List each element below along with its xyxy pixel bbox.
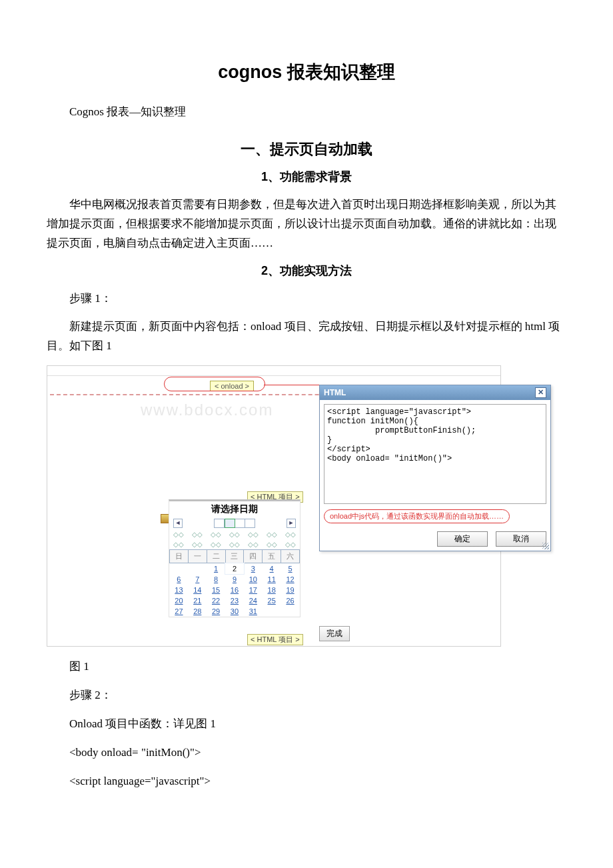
step-1-body: 新建提示页面，新页面中内容包括：onload 项目、完成按钮、日期提示框以及针对… [47,317,566,356]
annotation-circle [164,377,265,391]
day-cell[interactable]: 21 [188,595,207,606]
finish-button[interactable]: 完成 [319,626,350,641]
ok-button[interactable]: 确定 [437,531,488,547]
calendar-grid[interactable]: ◇◇◇◇◇◇◇◇◇◇◇◇◇◇ ◇◇◇◇◇◇◇◇◇◇◇◇◇◇ 日 一 二 三 四 … [169,529,300,617]
day-cell[interactable]: 1 [207,563,225,575]
day-cell[interactable]: 30 [225,606,244,617]
day-cell[interactable]: 4 [263,563,281,575]
dow: 日 [170,550,189,563]
day-cell[interactable]: 19 [281,585,300,595]
day-cell[interactable]: 27 [170,606,189,617]
html-code-textarea[interactable] [324,404,546,504]
day-cell[interactable]: 7 [188,574,207,585]
cancel-button[interactable]: 取消 [496,531,546,547]
day-cell[interactable]: 11 [263,574,281,585]
day-cell[interactable]: 22 [207,595,225,606]
day-cell[interactable]: 23 [225,595,244,606]
day-cell[interactable]: 24 [244,595,263,606]
doc-title: cognos 报表知识整理 [47,60,566,84]
doc-subtitle: Cognos 报表—知识整理 [47,103,566,122]
cal-month-selector[interactable] [214,519,255,528]
document-page: cognos 报表知识整理 Cognos 报表—知识整理 一、提示页自动加载 1… [0,0,613,827]
watermark: www.bdocx.com [141,401,273,419]
step-2-line1: Onload 项目中函数：详见图 1 [47,715,566,734]
day-cell[interactable]: 6 [170,574,189,585]
dow: 二 [207,550,225,563]
day-cell[interactable]: 9 [225,574,244,585]
close-icon[interactable]: ✕ [535,387,546,398]
figure-caption: 图 1 [47,657,566,677]
day-cell[interactable]: 28 [188,606,207,617]
dow: 五 [263,550,281,563]
day-cell[interactable]: 13 [170,585,189,595]
dow: 三 [225,550,244,563]
day-cell[interactable]: 15 [207,585,225,595]
dow: 一 [188,550,207,563]
subsection-1-body: 华中电网概况报表首页需要有日期参数，但是每次进入首页时出现日期选择框影响美观，所… [47,195,566,253]
day-cell[interactable]: 29 [207,606,225,617]
calendar-nav: ◄ ► [169,517,300,529]
day-cell[interactable]: 8 [207,574,225,585]
day-cell[interactable]: 10 [244,574,263,585]
cal-prev-button[interactable]: ◄ [173,519,183,528]
section-heading-1: 一、提示页自动加载 [47,139,566,159]
day-cell-selected[interactable]: 2 [225,563,244,575]
step-2-line2: <body onload= "initMon()"> [47,743,566,763]
dialog-titlebar: HTML ✕ [320,385,550,400]
html-editor-dialog: HTML ✕ onload中js代码，通过该函数实现界面的自动加载…… 确定 取… [319,385,551,551]
resize-handle-icon[interactable] [542,543,549,549]
step-2-label: 步骤 2： [47,686,566,705]
dialog-title-text: HTML [324,388,346,397]
day-cell[interactable]: 18 [263,585,281,595]
ruler [47,375,500,376]
day-cell[interactable]: 31 [244,606,263,617]
html-item-bottom[interactable]: < HTML 项目 > [247,634,303,645]
subsection-1-title: 1、功能需求背景 [47,169,566,185]
day-cell[interactable]: 12 [281,574,300,585]
dow: 四 [244,550,263,563]
day-cell[interactable]: 16 [225,585,244,595]
date-prompt[interactable]: 请选择日期 ◄ ► ◇◇◇◇◇◇◇◇◇◇◇◇◇◇ ◇◇◇◇◇◇◇◇◇◇◇◇◇◇ … [169,499,301,617]
cal-next-button[interactable]: ► [287,519,296,528]
day-cell[interactable]: 14 [188,585,207,595]
day-cell[interactable]: 5 [281,563,300,575]
day-cell[interactable]: 26 [281,595,300,606]
figure-1: www.bdocx.com < onload > < HTML 项目 > 请选择… [47,365,501,647]
date-prompt-title: 请选择日期 [169,501,300,517]
code-annotation: onload中js代码，通过该函数实现界面的自动加载…… [324,509,510,523]
dow: 六 [281,550,300,563]
day-cell[interactable]: 3 [244,563,263,575]
day-cell[interactable]: 20 [170,595,189,606]
step-1-label: 步骤 1： [47,289,566,309]
subsection-2-title: 2、功能实现方法 [47,263,566,279]
step-2-line3: <script language="javascript"> [47,772,566,791]
day-cell[interactable]: 25 [263,595,281,606]
day-cell[interactable]: 17 [244,585,263,595]
